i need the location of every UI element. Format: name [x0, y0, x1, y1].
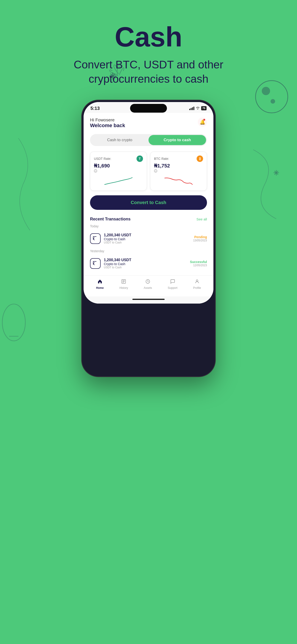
usdt-chart	[94, 175, 143, 187]
svg-point-2	[270, 99, 275, 104]
tx-amount: 1,200,340 USDT	[104, 233, 190, 237]
nav-profile-label: Profile	[193, 286, 201, 290]
status-icons: 76	[189, 106, 206, 110]
nav-assets[interactable]: Assets	[144, 279, 152, 290]
crypto-to-cash-tab[interactable]: Crypto to cash	[148, 135, 206, 145]
notification-dot	[203, 119, 205, 121]
profile-icon	[194, 279, 200, 286]
tx-details: 1,200,340 USDT Crypto to Cash USDT to Ca…	[104, 233, 190, 244]
tx-type: Crypto to Cash	[104, 237, 190, 241]
date-today: Today	[90, 224, 207, 228]
home-indicator	[84, 296, 214, 304]
usdt-rate-card: USDT Rate: T ₦1,690 i	[90, 152, 147, 191]
support-icon	[170, 279, 175, 286]
app-content: Hi Fowosere Welcome back 🔔 Cash to crypt…	[84, 113, 214, 276]
hero-subtitle: Convert BTC, USDT and other cryptocurren…	[68, 58, 229, 86]
cash-to-crypto-tab[interactable]: Cash to crypto	[91, 135, 148, 145]
usdt-label: USDT Rate:	[94, 157, 111, 160]
history-icon	[121, 279, 126, 286]
tx-amount-2: 1,200,340 USDT	[104, 258, 187, 262]
svg-text:i: i	[156, 170, 156, 172]
nav-support-label: Support	[168, 286, 178, 290]
tx-icon-2	[90, 258, 100, 269]
btc-rate-card: BTC Rate: ₿ ₦1,752 i	[150, 152, 207, 191]
tx-type-2: Crypto to Cash	[104, 262, 187, 266]
usdt-info: i	[94, 169, 143, 172]
phone-mockup: 5:13 76	[82, 100, 215, 376]
rate-cards-container: USDT Rate: T ₦1,690 i	[90, 152, 207, 191]
tx-subtype: USDT to Cash	[104, 241, 190, 244]
svg-point-7	[2, 304, 25, 341]
notification-button[interactable]: 🔔	[198, 118, 207, 127]
btc-card-header: BTC Rate: ₿	[154, 156, 203, 162]
nav-history[interactable]: History	[120, 279, 128, 290]
home-bar	[132, 299, 164, 300]
status-bar: 5:13 76	[84, 102, 214, 113]
greeting-container: Hi Fowosere Welcome back	[90, 118, 125, 128]
btc-chart	[154, 175, 203, 187]
transactions-section: Recent Transactions See all Today	[90, 217, 207, 276]
nav-assets-label: Assets	[144, 286, 152, 290]
svg-line-10	[274, 171, 278, 174]
table-row[interactable]: 1,200,340 USDT Crypto to Cash USDT to Ca…	[90, 230, 207, 247]
nav-home[interactable]: Home	[96, 279, 104, 290]
tx-status-2: Successful 12/05/2023	[190, 260, 207, 267]
home-icon	[98, 279, 102, 286]
welcome-text: Welcome back	[90, 122, 125, 128]
tx-date: 13/05/2023	[193, 239, 207, 242]
hero-title: Cash	[68, 23, 229, 51]
signal-icon	[189, 107, 194, 110]
transactions-title: Recent Transactions	[90, 217, 130, 222]
greeting-text: Hi Fowosere	[90, 118, 125, 122]
nav-profile[interactable]: Profile	[193, 279, 201, 290]
bottom-navigation: Home History	[84, 276, 214, 296]
status-badge: Pending	[193, 235, 207, 239]
btc-label: BTC Rate:	[154, 157, 169, 160]
convert-to-cash-button[interactable]: Convert to Cash	[90, 195, 207, 210]
nav-home-label: Home	[96, 286, 104, 290]
btc-value: ₦1,752	[154, 163, 203, 169]
nav-history-label: History	[120, 286, 128, 290]
phone-notch	[130, 104, 167, 113]
table-row[interactable]: 1,200,340 USDT Crypto to Cash USDT to Ca…	[90, 255, 207, 272]
date-yesterday: Yesterday	[90, 249, 207, 253]
status-time: 5:13	[90, 106, 100, 111]
phone-frame: 5:13 76	[82, 100, 215, 376]
app-header: Hi Fowosere Welcome back 🔔	[90, 118, 207, 128]
svg-point-0	[256, 80, 288, 113]
transactions-header: Recent Transactions See all	[90, 217, 207, 222]
phone-screen: 5:13 76	[84, 102, 214, 304]
tx-details-2: 1,200,340 USDT Crypto to Cash USDT to Ca…	[104, 258, 187, 269]
battery-icon: 76	[201, 106, 206, 110]
hero-section: Cash Convert BTC, USDT and other cryptoc…	[50, 0, 248, 96]
tx-status: Pending 13/05/2023	[193, 235, 207, 242]
toggle-tabs: Cash to crypto Crypto to cash	[90, 134, 207, 146]
wifi-icon	[196, 106, 200, 110]
svg-text:i: i	[95, 170, 96, 172]
btc-icon: ₿	[196, 156, 203, 162]
usdt-icon: T	[136, 156, 143, 162]
assets-icon	[145, 279, 150, 286]
usdt-card-header: USDT Rate: T	[94, 156, 143, 162]
tx-date-2: 12/05/2023	[190, 264, 207, 267]
see-all-link[interactable]: See all	[196, 217, 207, 221]
status-badge-2: Successful	[190, 260, 207, 264]
tx-subtype-2: USDT to Cash	[104, 266, 187, 269]
svg-point-1	[262, 87, 270, 95]
nav-support[interactable]: Support	[168, 279, 178, 290]
tx-icon	[90, 233, 100, 244]
usdt-value: ₦1,690	[94, 163, 143, 169]
svg-line-11	[274, 171, 278, 174]
svg-point-21	[196, 280, 198, 282]
btc-info: i	[154, 169, 203, 172]
